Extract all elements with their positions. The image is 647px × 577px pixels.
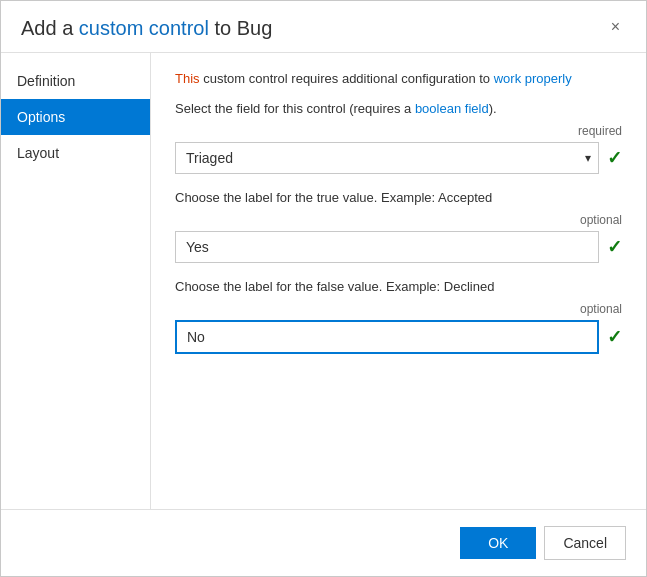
dialog-header: Add a custom control to Bug × <box>1 1 646 53</box>
optional-label-2-row: optional <box>175 302 622 320</box>
optional-label-1: optional <box>580 213 622 227</box>
sidebar-item-options[interactable]: Options <box>1 99 150 135</box>
required-check-icon: ✓ <box>607 147 622 169</box>
select-label-close: ). <box>489 101 497 116</box>
title-highlight: custom control <box>79 17 209 39</box>
dialog-title: Add a custom control to Bug <box>21 17 272 40</box>
info-text-this: This <box>175 71 200 86</box>
title-suffix: to Bug <box>209 17 272 39</box>
sidebar-item-definition[interactable]: Definition <box>1 63 150 99</box>
true-value-row: ✓ <box>175 231 622 263</box>
info-text-work: work properly <box>494 71 572 86</box>
true-value-section: Choose the label for the true value. Exa… <box>175 190 622 263</box>
field-select-label: Select the field for this control (requi… <box>175 101 622 116</box>
optional-label-2: optional <box>580 302 622 316</box>
ok-button[interactable]: OK <box>460 527 536 559</box>
dialog-footer: OK Cancel <box>1 509 646 576</box>
main-content: This custom control requires additional … <box>151 53 646 509</box>
select-label-text: Select the field for this control (requi… <box>175 101 415 116</box>
select-label-boolean: boolean field <box>415 101 489 116</box>
close-button[interactable]: × <box>605 17 626 37</box>
triaged-select[interactable]: Triaged <box>175 142 599 174</box>
field-select-row: Triaged ▾ ✓ <box>175 142 622 174</box>
true-value-check-icon: ✓ <box>607 236 622 258</box>
true-value-label: Choose the label for the true value. Exa… <box>175 190 622 205</box>
sidebar-item-layout[interactable]: Layout <box>1 135 150 171</box>
info-text: This custom control requires additional … <box>175 69 622 89</box>
optional-label-1-row: optional <box>175 213 622 231</box>
false-value-row: ✓ <box>175 320 622 354</box>
false-value-label: Choose the label for the false value. Ex… <box>175 279 622 294</box>
dialog: Add a custom control to Bug × Definition… <box>0 0 647 577</box>
required-label-row: required <box>175 124 622 142</box>
false-value-check-icon: ✓ <box>607 326 622 348</box>
cancel-button[interactable]: Cancel <box>544 526 626 560</box>
required-label: required <box>578 124 622 138</box>
sidebar: Definition Options Layout <box>1 53 151 509</box>
false-value-section: Choose the label for the false value. Ex… <box>175 279 622 354</box>
false-value-input[interactable] <box>175 320 599 354</box>
title-prefix: Add a <box>21 17 79 39</box>
field-select-section: Select the field for this control (requi… <box>175 101 622 174</box>
info-text-rest: custom control requires additional confi… <box>203 71 494 86</box>
triaged-select-wrapper: Triaged ▾ <box>175 142 599 174</box>
dialog-body: Definition Options Layout This custom co… <box>1 53 646 509</box>
true-value-input[interactable] <box>175 231 599 263</box>
